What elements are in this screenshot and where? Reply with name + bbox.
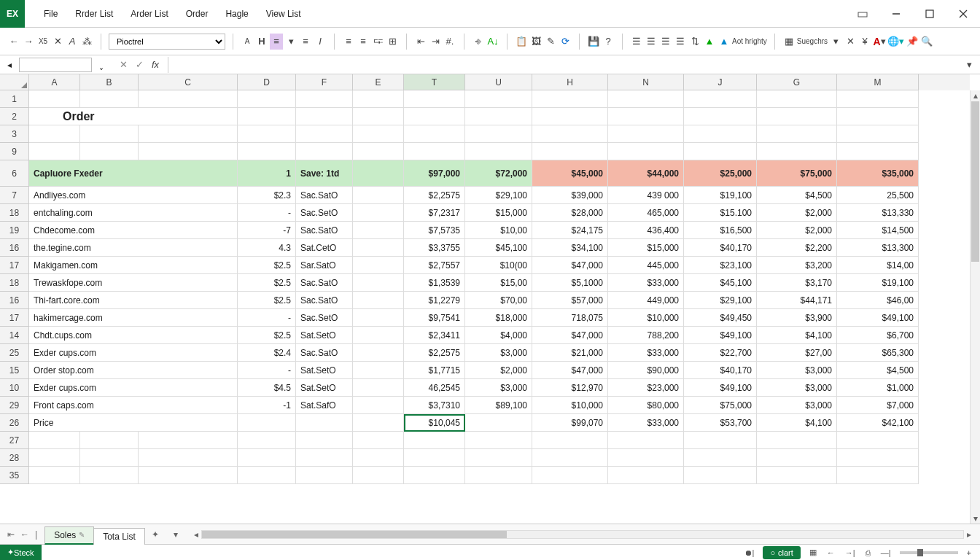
cell[interactable]: Sac.SatO <box>296 344 353 362</box>
cell[interactable] <box>532 125 608 143</box>
menu-rrder-list[interactable]: Rrder List <box>66 1 122 26</box>
row-header-27[interactable]: 27 <box>0 432 29 449</box>
cell[interactable] <box>353 222 404 239</box>
cell[interactable]: $23,100 <box>684 257 757 274</box>
cell[interactable] <box>29 143 80 160</box>
font-color-icon[interactable]: A▾ <box>873 34 886 50</box>
cell[interactable] <box>29 90 80 108</box>
col-header-J[interactable]: J <box>684 74 757 90</box>
cell[interactable] <box>837 432 919 449</box>
col-header-C[interactable]: C <box>139 74 238 90</box>
hscroll-thumb[interactable] <box>202 531 507 538</box>
ribbon-collapse-icon[interactable] <box>846 0 879 28</box>
col-header-E[interactable]: E <box>353 74 404 90</box>
cell[interactable]: $2.5 <box>238 257 296 274</box>
cell[interactable]: Sac.SetO <box>296 309 353 327</box>
cell[interactable]: $10,045 <box>404 414 465 432</box>
cell[interactable]: $35,000 <box>837 160 919 187</box>
clart-button[interactable]: ○ clart <box>763 546 800 559</box>
cell[interactable]: Sac.SatO <box>296 222 353 239</box>
cell[interactable]: $3,200 <box>757 257 837 274</box>
cell[interactable] <box>353 379 404 397</box>
data-name-cell[interactable]: entchaling.com <box>29 204 238 222</box>
cell[interactable]: $49,100 <box>684 379 757 397</box>
cell[interactable] <box>353 432 404 449</box>
row-header-6[interactable]: 6 <box>0 160 29 187</box>
cell[interactable] <box>139 90 238 108</box>
cell[interactable] <box>296 125 353 143</box>
name-box[interactable] <box>19 58 92 72</box>
cell[interactable]: $28,000 <box>532 204 608 222</box>
merge-icon[interactable]: ⊞ <box>386 34 399 50</box>
cell[interactable]: $2.4 <box>238 344 296 362</box>
cell[interactable]: $1,7715 <box>404 362 465 379</box>
align-left-icon[interactable]: ≡ <box>270 34 283 50</box>
cell[interactable]: $1,3539 <box>404 274 465 292</box>
cell[interactable]: $10,00 <box>465 222 532 239</box>
image-icon[interactable]: 🖼 <box>529 34 542 50</box>
cell[interactable]: $15,000 <box>465 204 532 222</box>
col-header-M[interactable]: M <box>837 74 919 90</box>
cell[interactable]: $40,170 <box>684 239 757 257</box>
vertical-scrollbar[interactable]: ▴ ▾ <box>970 90 980 524</box>
cell[interactable] <box>404 467 465 484</box>
valign-icon[interactable]: ⎆ <box>472 34 485 50</box>
cell[interactable] <box>296 467 353 484</box>
outdent-icon[interactable]: ☰ <box>659 34 672 50</box>
cell[interactable]: $14,500 <box>837 222 919 239</box>
cell[interactable] <box>608 467 684 484</box>
cell[interactable] <box>684 143 757 160</box>
close-button[interactable] <box>946 0 980 28</box>
cell[interactable]: $14,00 <box>837 257 919 274</box>
cell[interactable] <box>29 125 80 143</box>
zoom-out-icon[interactable]: —| <box>879 547 892 559</box>
cell[interactable]: Sat.SetO <box>296 327 353 344</box>
align-center-icon[interactable]: ≡ <box>299 34 312 50</box>
cell[interactable] <box>238 467 296 484</box>
col-header-G[interactable]: G <box>757 74 837 90</box>
cell[interactable] <box>238 143 296 160</box>
cell[interactable] <box>465 449 532 467</box>
view-prev-icon[interactable]: ← <box>825 547 836 559</box>
row-header-7[interactable]: 7 <box>0 187 29 204</box>
cell[interactable]: $72,000 <box>465 160 532 187</box>
cell[interactable]: -1 <box>238 397 296 414</box>
cell[interactable]: $2,7557 <box>404 257 465 274</box>
cell[interactable] <box>465 414 532 432</box>
col-header-A[interactable]: A <box>29 74 80 90</box>
cell[interactable]: $29,100 <box>465 187 532 204</box>
cell[interactable] <box>296 90 353 108</box>
tool-x5-icon[interactable]: X5 <box>36 34 50 50</box>
cell[interactable] <box>404 143 465 160</box>
cell[interactable] <box>139 449 238 467</box>
col-header-D[interactable]: D <box>238 74 296 90</box>
cell[interactable]: - <box>238 204 296 222</box>
cell[interactable] <box>465 90 532 108</box>
cell[interactable] <box>139 432 238 449</box>
cell[interactable] <box>684 125 757 143</box>
cell[interactable] <box>353 160 404 187</box>
data-name-cell[interactable]: Chdecome.com <box>29 222 238 239</box>
cell[interactable]: - <box>238 309 296 327</box>
cell[interactable]: $10(00 <box>465 257 532 274</box>
cell[interactable]: $4.5 <box>238 379 296 397</box>
cell[interactable]: 46,2545 <box>404 379 465 397</box>
col-header-N[interactable]: N <box>608 74 684 90</box>
cell[interactable]: $97,000 <box>404 160 465 187</box>
toolbar-label-a[interactable]: Aot hrighty <box>732 34 767 50</box>
tab-first-icon[interactable]: ⇤ <box>6 528 16 541</box>
cell[interactable]: $4,000 <box>465 327 532 344</box>
cell[interactable] <box>757 143 837 160</box>
cell[interactable]: $40,170 <box>684 362 757 379</box>
cell[interactable]: $99,070 <box>532 414 608 432</box>
cell[interactable]: 718,075 <box>532 309 608 327</box>
table-icon[interactable]: ▦ <box>782 34 796 50</box>
cell[interactable]: $4,100 <box>757 327 837 344</box>
cell[interactable] <box>684 90 757 108</box>
cell[interactable]: $3,900 <box>757 309 837 327</box>
italic-icon[interactable]: I <box>314 34 327 50</box>
cell[interactable]: $34,100 <box>532 239 608 257</box>
menu-arder-list[interactable]: Arder List <box>122 1 176 26</box>
view-next-icon[interactable]: →| <box>844 547 857 559</box>
cell[interactable]: Sac.SatO <box>296 274 353 292</box>
